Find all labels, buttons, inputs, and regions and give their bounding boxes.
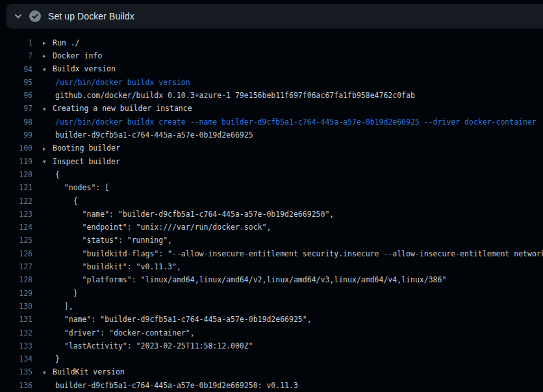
log-text: builder-d9cfb5a1-c764-445a-a57e-0b19d2e6… bbox=[43, 129, 543, 141]
line-number[interactable]: 95 bbox=[0, 76, 32, 89]
log-group-title[interactable]: ▾Buildx version bbox=[43, 63, 543, 76]
log-line: 95/usr/bin/docker buildx version bbox=[0, 76, 543, 89]
step-header[interactable]: Set up Docker Buildx bbox=[6, 4, 543, 29]
step-title: Set up Docker Buildx bbox=[48, 11, 134, 21]
line-number[interactable]: 119 bbox=[0, 155, 32, 168]
line-number[interactable]: 99 bbox=[0, 129, 32, 141]
log-text: { bbox=[43, 168, 543, 181]
log-line: 122 { bbox=[0, 195, 543, 208]
log-group-row[interactable]: 100▸Booting builder bbox=[0, 141, 543, 154]
log-container: 1▸Run ./7▸Docker info94▾Buildx version95… bbox=[0, 29, 543, 392]
check-circle-icon bbox=[29, 10, 41, 22]
line-number[interactable]: 98 bbox=[0, 116, 32, 129]
log-group-row[interactable]: 97▾Creating a new builder instance bbox=[0, 102, 543, 115]
log-text: github.com/docker/buildx 0.10.3+azure-1 … bbox=[43, 89, 543, 102]
log-text: } bbox=[43, 352, 543, 365]
log-line: 98/usr/bin/docker buildx create --name b… bbox=[0, 116, 543, 129]
log-line: 133 "lastActivity": "2023-02-25T11:58:12… bbox=[0, 339, 543, 352]
log-line: 123 "name": "builder-d9cfb5a1-c764-445a-… bbox=[0, 208, 543, 221]
log-text: "endpoint": "unix:///var/run/docker.sock… bbox=[43, 221, 543, 234]
log-group-title[interactable]: ▾Inspect builder bbox=[43, 155, 543, 168]
group-toggle-expanded-icon[interactable]: ▾ bbox=[43, 366, 53, 379]
log-text: "name": "builder-d9cfb5a1-c764-445a-a57e… bbox=[43, 208, 543, 221]
log-text: "lastActivity": "2023-02-25T11:58:12.000… bbox=[43, 339, 543, 352]
line-number[interactable]: 97 bbox=[0, 102, 32, 115]
log-text: "buildkitd-flags": "--allow-insecure-ent… bbox=[43, 247, 543, 260]
log-text: /usr/bin/docker buildx create --name bui… bbox=[43, 116, 543, 129]
log-group-row[interactable]: 94▾Buildx version bbox=[0, 63, 543, 76]
line-number[interactable]: 136 bbox=[0, 379, 32, 392]
line-number[interactable]: 125 bbox=[0, 234, 32, 247]
log-line: 136builder-d9cfb5a1-c764-445a-a57e-0b19d… bbox=[0, 379, 543, 392]
log-line: 99builder-d9cfb5a1-c764-445a-a57e-0b19d2… bbox=[0, 129, 543, 141]
chevron-down-icon[interactable] bbox=[14, 12, 23, 21]
line-number[interactable]: 126 bbox=[0, 247, 32, 260]
line-number[interactable]: 134 bbox=[0, 352, 32, 365]
log-line: 120{ bbox=[0, 168, 543, 181]
line-number[interactable]: 131 bbox=[0, 313, 32, 326]
log-text: } bbox=[43, 287, 543, 300]
line-number[interactable]: 129 bbox=[0, 287, 32, 300]
log-line: 96github.com/docker/buildx 0.10.3+azure-… bbox=[0, 89, 543, 102]
log-line: 132 "driver": "docker-container", bbox=[0, 326, 543, 339]
group-toggle-expanded-icon[interactable]: ▾ bbox=[43, 155, 53, 168]
line-number[interactable]: 7 bbox=[0, 49, 32, 62]
log-text: "driver": "docker-container", bbox=[43, 326, 543, 339]
log-group-title[interactable]: ▾BuildKit version bbox=[43, 365, 543, 378]
log-line: 131 "name": "builder-d9cfb5a1-c764-445a-… bbox=[0, 313, 543, 326]
log-group-title[interactable]: ▸Booting builder bbox=[43, 141, 543, 154]
log-text: "platforms": "linux/amd64,linux/amd64/v2… bbox=[43, 273, 543, 286]
log-group-row[interactable]: 7▸Docker info bbox=[0, 49, 543, 62]
line-number[interactable]: 130 bbox=[0, 300, 32, 313]
group-toggle-collapsed-icon[interactable]: ▸ bbox=[43, 36, 53, 49]
log-line: 127 "buildkit": "v0.11.3", bbox=[0, 260, 543, 273]
line-number[interactable]: 124 bbox=[0, 221, 32, 234]
log-group-row[interactable]: 1▸Run ./ bbox=[0, 36, 543, 49]
log-text: { bbox=[43, 195, 543, 208]
log-group-title[interactable]: ▾Creating a new builder instance bbox=[43, 102, 543, 115]
log-text: /usr/bin/docker buildx version bbox=[43, 76, 543, 89]
line-number[interactable]: 127 bbox=[0, 260, 32, 273]
line-number[interactable]: 100 bbox=[0, 141, 32, 154]
line-number[interactable]: 94 bbox=[0, 63, 32, 76]
line-number[interactable]: 1 bbox=[0, 36, 32, 49]
log-line: 128 "platforms": "linux/amd64,linux/amd6… bbox=[0, 273, 543, 286]
line-number[interactable]: 133 bbox=[0, 339, 32, 352]
log-line: 130 ], bbox=[0, 300, 543, 313]
line-number[interactable]: 128 bbox=[0, 273, 32, 286]
log-group-title[interactable]: ▸Run ./ bbox=[43, 36, 543, 49]
log-group-row[interactable]: 119▾Inspect builder bbox=[0, 155, 543, 168]
log-line: 126 "buildkitd-flags": "--allow-insecure… bbox=[0, 247, 543, 260]
line-number[interactable]: 135 bbox=[0, 365, 32, 378]
log-text: "buildkit": "v0.11.3", bbox=[43, 260, 543, 273]
line-number[interactable]: 122 bbox=[0, 195, 32, 208]
log-text: "name": "builder-d9cfb5a1-c764-445a-a57e… bbox=[43, 313, 543, 326]
log-line: 125 "status": "running", bbox=[0, 234, 543, 247]
log-text: "status": "running", bbox=[43, 234, 543, 247]
log-line: 134} bbox=[0, 352, 543, 365]
line-number[interactable]: 121 bbox=[0, 181, 32, 194]
line-number[interactable]: 96 bbox=[0, 89, 32, 102]
log-line: 121 "nodes": [ bbox=[0, 181, 543, 194]
line-number[interactable]: 132 bbox=[0, 326, 32, 339]
group-toggle-expanded-icon[interactable]: ▾ bbox=[43, 103, 53, 116]
log-line: 124 "endpoint": "unix:///var/run/docker.… bbox=[0, 221, 543, 234]
group-toggle-expanded-icon[interactable]: ▾ bbox=[43, 63, 53, 76]
log-line: 129 } bbox=[0, 287, 543, 300]
line-number[interactable]: 123 bbox=[0, 208, 32, 221]
line-number[interactable]: 120 bbox=[0, 168, 32, 181]
log-text: "nodes": [ bbox=[43, 181, 543, 194]
log-text: ], bbox=[43, 300, 543, 313]
log-text: builder-d9cfb5a1-c764-445a-a57e-0b19d2e6… bbox=[43, 379, 543, 392]
actions-log-viewer: Set up Docker Buildx 1▸Run ./7▸Docker in… bbox=[0, 0, 543, 392]
group-toggle-collapsed-icon[interactable]: ▸ bbox=[43, 142, 53, 155]
log-group-row[interactable]: 135▾BuildKit version bbox=[0, 365, 543, 378]
group-toggle-collapsed-icon[interactable]: ▸ bbox=[43, 49, 53, 62]
log-group-title[interactable]: ▸Docker info bbox=[43, 49, 543, 62]
